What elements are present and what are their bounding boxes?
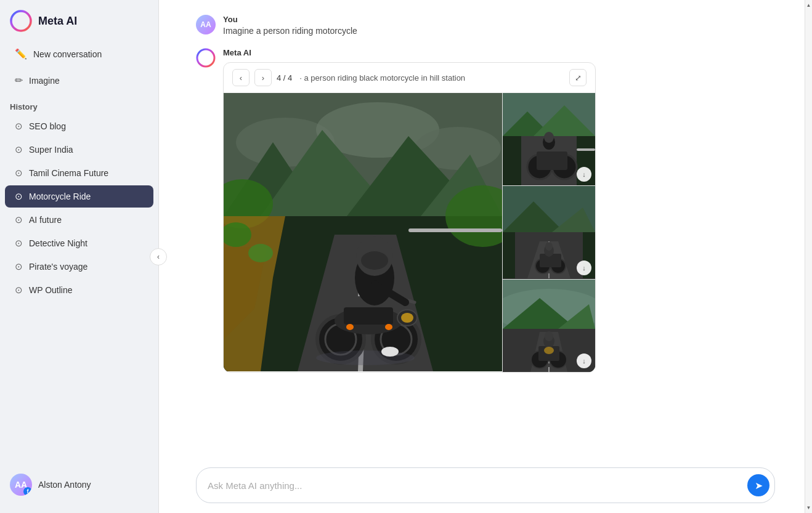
- thumb-2-download-button[interactable]: ↓: [577, 261, 591, 275]
- gallery-next-button[interactable]: ›: [254, 69, 272, 86]
- gallery-thumb-3[interactable]: ↓: [502, 279, 595, 372]
- main-image-svg: [224, 93, 502, 371]
- history-item-label: AI future: [29, 215, 62, 225]
- sidebar-item-wp-outline[interactable]: ⊙ WP Outline: [5, 279, 153, 301]
- svg-rect-48: [577, 148, 595, 151]
- new-conversation-icon: ✏️: [15, 48, 27, 60]
- history-icon: ⊙: [15, 144, 23, 155]
- sidebar-item-ai-future[interactable]: ⊙ AI future: [5, 209, 153, 231]
- svg-point-35: [385, 324, 392, 330]
- gallery-counter: 4 / 4: [277, 73, 292, 83]
- send-button[interactable]: ➤: [747, 474, 769, 496]
- sidebar-item-tamil-cinema-future[interactable]: ⊙ Tamil Cinema Future: [5, 162, 153, 184]
- history-item-label: Motorcycle Ride: [29, 192, 91, 201]
- svg-point-33: [361, 251, 388, 270]
- message-text: Imagine a person riding motorcycle: [223, 26, 357, 36]
- history-item-label: Tamil Cinema Future: [29, 168, 108, 178]
- chevron-left-icon: ‹: [157, 252, 160, 261]
- chat-input[interactable]: [208, 480, 742, 491]
- user-name: Alston Antony: [38, 480, 91, 490]
- gallery-prev-button[interactable]: ‹: [232, 69, 250, 86]
- new-conversation-label: New conversation: [33, 49, 102, 59]
- user-message-content: You Imagine a person riding motorcycle: [223, 15, 357, 36]
- user-message-avatar: AA: [196, 15, 216, 34]
- ai-avatar-icon: [196, 48, 216, 68]
- avatar: AA f: [10, 474, 32, 496]
- scroll-down-arrow[interactable]: ▼: [806, 505, 811, 511]
- svg-rect-26: [344, 307, 393, 325]
- ai-name: Meta AI: [223, 48, 596, 57]
- gallery-header: ‹ › 4 / 4 · a person riding black motorc…: [224, 63, 595, 93]
- gallery-thumbnails: ↓: [502, 93, 595, 372]
- new-conversation-button[interactable]: ✏️ New conversation: [5, 42, 153, 66]
- sidebar-item-pirates-voyage[interactable]: ⊙ Pirate's voyage: [5, 256, 153, 278]
- download-icon: ↓: [582, 171, 586, 178]
- history-icon: ⊙: [15, 168, 23, 179]
- svg-point-28: [401, 313, 413, 323]
- gallery-thumb-2[interactable]: ↓: [502, 185, 595, 278]
- user-profile[interactable]: AA f Alston Antony: [0, 466, 158, 503]
- main-content: AA You Imagine a person riding motorcycl…: [159, 0, 812, 513]
- history-list: ⊙ SEO blog ⊙ Super India ⊙ Tamil Cinema …: [0, 115, 158, 302]
- sidebar-item-detective-night[interactable]: ⊙ Detective Night: [5, 232, 153, 254]
- facebook-badge-icon: f: [23, 487, 32, 496]
- gallery-description: · a person riding black motorcycle in hi…: [299, 73, 465, 83]
- main-scroll-area[interactable]: AA You Imagine a person riding motorcycl…: [159, 0, 812, 460]
- download-icon: ↓: [582, 264, 586, 272]
- app-title: Meta AI: [38, 15, 77, 28]
- sidebar-item-seo-blog[interactable]: ⊙ SEO blog: [5, 115, 153, 137]
- gallery-body: ↓: [224, 93, 595, 372]
- expand-icon: ⤢: [575, 73, 582, 83]
- gallery-thumb-1[interactable]: ↓: [502, 93, 595, 185]
- gallery-main-image: [224, 93, 502, 371]
- svg-point-34: [346, 324, 354, 330]
- history-icon: ⊙: [15, 191, 23, 202]
- history-label: History: [0, 95, 158, 115]
- ai-message-content: Meta AI ‹ › 4 / 4 · a person riding blac…: [223, 48, 596, 373]
- svg-point-20: [248, 244, 273, 262]
- imagine-button[interactable]: ✏ Imagine: [5, 68, 153, 92]
- svg-point-47: [544, 132, 554, 143]
- svg-point-74: [544, 347, 554, 354]
- svg-point-37: [381, 347, 399, 357]
- scroll-indicators: ▲ ▼: [805, 0, 812, 513]
- imagine-icon: ✏: [15, 75, 23, 86]
- svg-point-73: [545, 331, 553, 341]
- svg-rect-16: [408, 228, 502, 232]
- history-item-label: SEO blog: [29, 121, 66, 131]
- input-wrapper: ➤: [196, 467, 775, 503]
- history-icon: ⊙: [15, 238, 23, 249]
- download-icon: ↓: [582, 357, 586, 365]
- meta-ai-logo-icon: [10, 10, 32, 32]
- send-icon: ➤: [755, 480, 763, 491]
- sidebar-item-motorcycle-ride[interactable]: ⊙ Motorcycle Ride: [5, 185, 153, 208]
- history-item-label: Pirate's voyage: [29, 262, 87, 272]
- svg-point-0: [11, 11, 31, 31]
- history-icon: ⊙: [15, 261, 23, 272]
- ai-message: Meta AI ‹ › 4 / 4 · a person riding blac…: [196, 48, 775, 373]
- history-item-label: Super India: [29, 145, 73, 155]
- history-icon: ⊙: [15, 214, 23, 225]
- history-item-label: WP Outline: [29, 285, 73, 295]
- history-item-label: Detective Night: [29, 238, 87, 248]
- thumb-3-download-button[interactable]: ↓: [577, 353, 591, 368]
- chevron-left-icon: ‹: [240, 73, 242, 83]
- imagine-label: Imagine: [29, 76, 60, 86]
- gallery-expand-button[interactable]: ⤢: [569, 69, 587, 86]
- sidebar-item-super-india[interactable]: ⊙ Super India: [5, 139, 153, 161]
- history-icon: ⊙: [15, 121, 23, 132]
- scroll-up-arrow[interactable]: ▲: [806, 2, 811, 8]
- sidebar-collapse-button[interactable]: ‹: [150, 248, 167, 265]
- conversation-area: AA You Imagine a person riding motorcycl…: [159, 0, 812, 448]
- svg-point-1: [197, 49, 214, 67]
- image-gallery: ‹ › 4 / 4 · a person riding black motorc…: [223, 62, 596, 373]
- user-message: AA You Imagine a person riding motorcycl…: [196, 15, 775, 36]
- input-area: ➤: [159, 460, 812, 513]
- sidebar: Meta AI ✏️ New conversation ✏ Imagine Hi…: [0, 0, 159, 513]
- svg-point-36: [316, 350, 415, 365]
- svg-point-60: [545, 242, 553, 251]
- chevron-right-icon: ›: [262, 73, 264, 83]
- history-icon: ⊙: [15, 285, 23, 296]
- sidebar-header: Meta AI: [0, 10, 158, 42]
- sender-name: You: [223, 15, 357, 24]
